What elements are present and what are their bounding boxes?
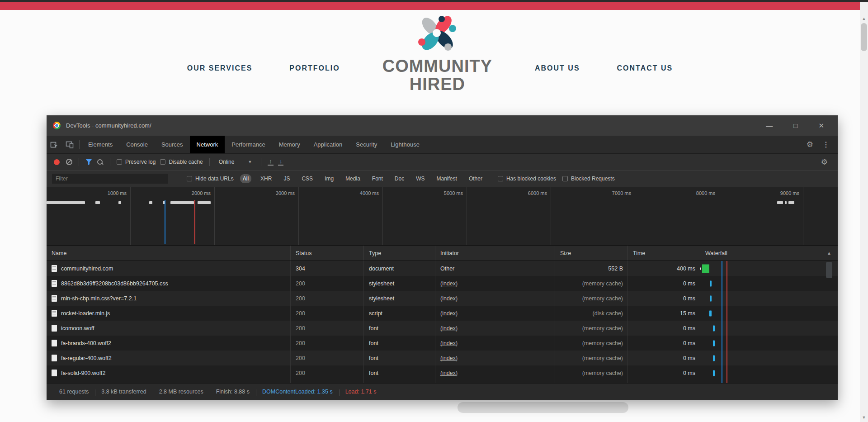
throttling-dropdown[interactable]: Online ▼ (216, 159, 255, 165)
request-row-partial[interactable] (47, 380, 838, 383)
column-header-type[interactable]: Type (364, 246, 435, 261)
request-name-cell[interactable]: communityhired.com (47, 261, 291, 276)
request-row[interactable]: fa-solid-900.woff2 200 font (index) (mem… (47, 365, 838, 380)
nav-item[interactable]: ABOUT US (535, 64, 580, 93)
column-header-size[interactable]: Size (555, 246, 628, 261)
timeline-activity-bar (149, 201, 152, 204)
request-type-filter[interactable]: CSS (299, 174, 316, 183)
request-type-filter[interactable]: Doc (392, 174, 407, 183)
request-row[interactable]: communityhired.com 304 document Other 55… (47, 261, 838, 276)
request-row[interactable]: min-sh-cbp.min.css?ver=7.2.1 200 stylesh… (47, 291, 838, 306)
initiator-link[interactable]: (index) (440, 325, 458, 332)
filter-input[interactable] (52, 174, 168, 184)
request-row[interactable]: rocket-loader.min.js 200 script (index) … (47, 306, 838, 321)
request-name: min-sh-cbp.min.css?ver=7.2.1 (61, 295, 137, 302)
initiator-link[interactable]: (index) (440, 310, 458, 317)
blocked-requests-checkbox[interactable]: Blocked Requests (562, 175, 615, 182)
request-type-filter[interactable]: All (240, 174, 251, 183)
request-type-filter[interactable]: Font (369, 174, 386, 183)
filter-funnel-icon[interactable] (85, 159, 92, 165)
initiator-link[interactable]: (index) (440, 370, 458, 376)
request-name-cell[interactable]: fa-solid-900.woff2 (47, 365, 291, 380)
initiator-link[interactable]: (index) (440, 355, 458, 361)
devtools-tab[interactable]: Network (190, 136, 225, 153)
scroll-up-icon[interactable]: ▲ (860, 15, 868, 22)
checkbox[interactable] (562, 176, 568, 181)
request-name: rocket-loader.min.js (61, 310, 110, 317)
preserve-log-checkbox[interactable]: Preserve log (117, 159, 156, 165)
preserve-log-label: Preserve log (125, 159, 156, 165)
search-icon[interactable] (97, 159, 104, 166)
import-har-icon[interactable]: ↑ (268, 159, 274, 166)
settings-gear-icon[interactable]: ⚙ (802, 140, 818, 149)
request-time-cell: 0 ms (628, 321, 700, 336)
devtools-tab[interactable]: Performance (225, 136, 272, 153)
column-header-name[interactable]: Name (47, 246, 291, 261)
clear-network-log-icon[interactable] (66, 159, 72, 165)
site-logo[interactable]: COMMUNITY HIRED (382, 14, 492, 93)
page-scrollbar[interactable]: ▲ ▼ (860, 2, 868, 422)
request-type-filter[interactable]: WS (413, 174, 427, 183)
close-button[interactable]: ✕ (818, 122, 824, 129)
request-name-cell[interactable]: icomoon.woff (47, 321, 291, 336)
request-row[interactable]: icomoon.woff 200 font (index) (memory ca… (47, 321, 838, 336)
network-timeline-overview[interactable]: 1000 ms2000 ms3000 ms4000 ms5000 ms6000 … (47, 187, 838, 246)
maximize-button[interactable]: □ (793, 122, 797, 129)
devtools-titlebar[interactable]: DevTools - communityhired.com/ — □ ✕ (47, 115, 838, 136)
request-type-filter[interactable]: Media (343, 174, 363, 183)
status-bar-item: 2.8 MB resources (153, 389, 210, 395)
request-row[interactable]: fa-regular-400.woff2 200 font (index) (m… (47, 351, 838, 365)
inspect-element-icon[interactable] (47, 136, 62, 153)
column-header-initiator[interactable]: Initiator (435, 246, 555, 261)
more-options-icon[interactable]: ⋮ (818, 140, 834, 149)
has-blocked-cookies-checkbox[interactable]: Has blocked cookies (498, 175, 556, 182)
request-name-cell[interactable]: fa-brands-400.woff2 (47, 336, 291, 351)
devtools-tab[interactable]: Lighthouse (384, 136, 426, 153)
request-name-cell[interactable]: fa-regular-400.woff2 (47, 351, 291, 365)
status-code: 200 (296, 325, 305, 332)
scrollbar-thumb[interactable] (861, 23, 867, 51)
devtools-tab[interactable]: Application (307, 136, 349, 153)
request-type-filter[interactable]: Manifest (434, 174, 460, 183)
devtools-tab[interactable]: Elements (81, 136, 119, 153)
initiator-link[interactable]: (index) (440, 340, 458, 346)
initiator-link[interactable]: (index) (440, 295, 458, 302)
checkbox[interactable] (160, 159, 165, 165)
request-type-filter[interactable]: XHR (258, 174, 274, 183)
initiator-link[interactable]: (index) (440, 280, 458, 287)
minimize-button[interactable]: — (766, 122, 773, 129)
devtools-tab[interactable]: Security (349, 136, 384, 153)
initiator-link[interactable]: Other (440, 266, 454, 272)
request-name-cell[interactable]: 8862d8b3d9ff3208bc03d86bb9264705.css (47, 276, 291, 291)
record-network-log-icon[interactable] (54, 159, 60, 165)
checkbox[interactable] (187, 176, 192, 181)
checkbox[interactable] (498, 176, 503, 181)
request-row[interactable]: 8862d8b3d9ff3208bc03d86bb9264705.css 200… (47, 276, 838, 291)
devtools-tab[interactable]: Memory (272, 136, 307, 153)
hide-data-urls-checkbox[interactable]: Hide data URLs (187, 175, 234, 182)
waterfall-bar (702, 264, 709, 273)
nav-item[interactable]: CONTACT US (617, 64, 673, 93)
disable-cache-checkbox[interactable]: Disable cache (160, 159, 203, 165)
nav-item[interactable]: PORTFOLIO (289, 64, 340, 93)
column-header-time[interactable]: Time (628, 246, 700, 261)
table-scrollbar-thumb[interactable] (826, 262, 832, 278)
export-har-icon[interactable]: ↓ (278, 159, 284, 166)
request-type-filter[interactable]: Other (466, 174, 485, 183)
scroll-down-icon[interactable]: ▼ (860, 414, 868, 421)
status-bar-item: DOMContentLoaded: 1.35 s (256, 389, 339, 395)
nav-item[interactable]: OUR SERVICES (187, 64, 253, 93)
request-time-cell: 15 ms (628, 306, 700, 321)
request-row[interactable]: fa-brands-400.woff2 200 font (index) (me… (47, 336, 838, 351)
network-settings-gear-icon[interactable]: ⚙ (816, 157, 832, 167)
column-header-status[interactable]: Status (291, 246, 364, 261)
request-type-filter[interactable]: JS (281, 174, 292, 183)
device-toolbar-icon[interactable] (62, 136, 77, 153)
checkbox[interactable] (117, 159, 122, 165)
column-header-waterfall[interactable]: Waterfall ▲ (700, 246, 838, 261)
request-name-cell[interactable]: rocket-loader.min.js (47, 306, 291, 321)
request-name-cell[interactable]: min-sh-cbp.min.css?ver=7.2.1 (47, 291, 291, 306)
request-type-filter[interactable]: Img (322, 174, 336, 183)
devtools-tab[interactable]: Console (119, 136, 155, 153)
devtools-tab[interactable]: Sources (155, 136, 190, 153)
